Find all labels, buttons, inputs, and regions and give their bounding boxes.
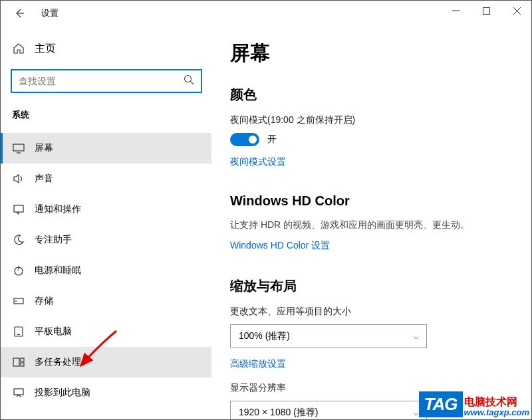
home-icon bbox=[12, 42, 25, 55]
hdcolor-heading: Windows HD Color bbox=[230, 193, 516, 209]
night-light-label: 夜间模式(19:00 之前保持开启) bbox=[230, 114, 516, 126]
scale-dropdown[interactable]: 100% (推荐) ⌵ bbox=[230, 324, 427, 348]
chevron-down-icon: ⌵ bbox=[414, 408, 418, 417]
advanced-scaling-link[interactable]: 高级缩放设置 bbox=[230, 358, 286, 370]
watermark: TAG 电脑技术网 www.tagxp.com bbox=[419, 391, 529, 417]
sidebar-item-label: 通知和操作 bbox=[35, 203, 81, 215]
watermark-badge: TAG bbox=[419, 391, 463, 417]
svg-rect-16 bbox=[13, 358, 19, 366]
sidebar-item-label: 平板电脑 bbox=[35, 326, 72, 338]
storage-icon bbox=[12, 294, 25, 308]
color-heading: 颜色 bbox=[230, 86, 516, 104]
svg-rect-9 bbox=[14, 205, 23, 212]
night-light-settings-link[interactable]: 夜间模式设置 bbox=[230, 156, 286, 168]
svg-point-5 bbox=[185, 76, 192, 82]
resolution-value: 1920 × 1080 (推荐) bbox=[239, 407, 318, 419]
text-size-label: 更改文本、应用等项目的大小 bbox=[230, 306, 516, 318]
maximize-button[interactable] bbox=[471, 0, 501, 21]
svg-rect-17 bbox=[21, 358, 24, 362]
back-button[interactable] bbox=[9, 3, 29, 23]
sidebar: 主页 系统 屏幕 声音 通知和操作 专注助手 电源和睡眠 bbox=[0, 27, 214, 420]
home-label: 主页 bbox=[35, 42, 56, 56]
multitask-icon bbox=[12, 356, 25, 369]
sidebar-item-label: 声音 bbox=[35, 173, 53, 185]
sidebar-item-label: 专注助手 bbox=[35, 234, 72, 246]
svg-rect-19 bbox=[14, 389, 23, 395]
sidebar-item-label: 多任务处理 bbox=[35, 356, 81, 368]
watermark-text1: 电脑技术网 bbox=[464, 396, 529, 408]
content-area: 屏幕 颜色 夜间模式(19:00 之前保持开启) 开 夜间模式设置 Window… bbox=[214, 27, 532, 420]
svg-line-6 bbox=[191, 82, 194, 85]
home-link[interactable]: 主页 bbox=[9, 39, 214, 58]
moon-icon bbox=[12, 233, 25, 247]
sidebar-item-storage[interactable]: 存储 bbox=[0, 286, 211, 316]
night-light-toggle[interactable] bbox=[230, 133, 259, 146]
watermark-text2: www.tagxp.com bbox=[464, 408, 529, 417]
close-button[interactable] bbox=[501, 0, 532, 21]
sidebar-item-tablet[interactable]: 平板电脑 bbox=[0, 316, 211, 347]
speaker-icon bbox=[12, 172, 25, 185]
scale-value: 100% (推荐) bbox=[239, 330, 290, 342]
tablet-icon bbox=[12, 325, 25, 338]
window-title: 设置 bbox=[41, 7, 59, 19]
chevron-down-icon: ⌵ bbox=[414, 332, 418, 341]
sidebar-item-focus-assist[interactable]: 专注助手 bbox=[0, 225, 211, 255]
monitor-icon bbox=[12, 142, 25, 155]
toggle-state-label: 开 bbox=[267, 134, 277, 146]
page-title: 屏幕 bbox=[230, 40, 516, 67]
svg-point-13 bbox=[15, 300, 17, 302]
sidebar-item-sound[interactable]: 声音 bbox=[0, 163, 211, 194]
svg-rect-18 bbox=[21, 363, 24, 366]
sidebar-item-multitasking[interactable]: 多任务处理 bbox=[0, 347, 211, 377]
sidebar-item-notifications[interactable]: 通知和操作 bbox=[0, 194, 211, 225]
sidebar-item-label: 屏幕 bbox=[35, 142, 53, 154]
resolution-dropdown[interactable]: 1920 × 1080 (推荐) ⌵ bbox=[230, 401, 427, 420]
sidebar-item-display[interactable]: 屏幕 bbox=[0, 133, 211, 163]
svg-rect-2 bbox=[483, 7, 489, 14]
notification-icon bbox=[12, 203, 25, 216]
sidebar-item-label: 电源和睡眠 bbox=[35, 264, 81, 276]
hdcolor-settings-link[interactable]: Windows HD Color 设置 bbox=[230, 240, 330, 252]
hdcolor-description: 让支持 HDR 的视频、游戏和应用的画面更明亮、更生动。 bbox=[230, 219, 516, 231]
scale-heading: 缩放与布局 bbox=[230, 277, 516, 295]
sidebar-item-power[interactable]: 电源和睡眠 bbox=[0, 255, 211, 286]
sidebar-item-projecting[interactable]: 投影到此电脑 bbox=[0, 377, 211, 408]
project-icon bbox=[12, 386, 25, 399]
search-icon bbox=[184, 74, 194, 88]
sidebar-item-label: 存储 bbox=[35, 295, 53, 307]
search-input[interactable] bbox=[19, 76, 184, 86]
sidebar-item-label: 投影到此电脑 bbox=[35, 387, 90, 399]
search-box[interactable] bbox=[11, 69, 202, 93]
section-label: 系统 bbox=[12, 109, 214, 121]
svg-rect-7 bbox=[13, 144, 24, 151]
power-icon bbox=[12, 264, 25, 277]
minimize-button[interactable] bbox=[440, 0, 471, 21]
